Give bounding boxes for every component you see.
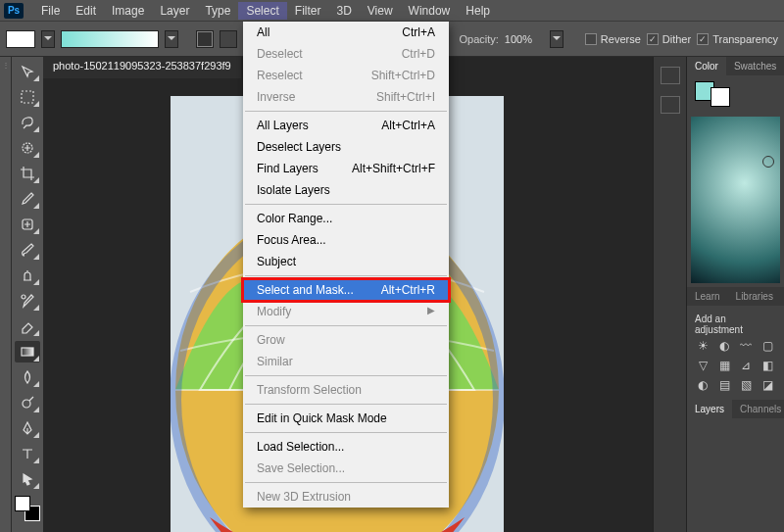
menu-item-save-selection: Save Selection... [243,458,449,479]
properties-panel-icon[interactable] [661,96,680,114]
clone-stamp-tool[interactable] [15,265,40,286]
gradient-tool[interactable] [15,341,40,363]
history-panel-icon[interactable] [661,67,680,84]
lookup-icon[interactable]: ▧ [738,378,754,392]
reverse-checkbox[interactable] [585,33,597,45]
menu-item-focus-area[interactable]: Focus Area... [243,229,449,251]
menu-select[interactable]: Select [238,2,286,20]
menu-help[interactable]: Help [458,2,498,20]
svg-point-5 [23,400,30,408]
svg-rect-4 [22,348,33,356]
right-panels: Color Swatches Learn Libraries Add an ad… [686,57,784,532]
adjustment-icons: ☀ ◐ 〰 ▢ ▽ ▦ ⊿ ◧ ◐ ▤ ▧ ◪ [687,339,784,400]
path-select-tool[interactable] [15,468,40,490]
menu-item-deselect: DeselectCtrl+D [243,43,449,65]
color-swatch[interactable] [687,75,784,113]
menu-edit[interactable]: Edit [68,2,104,20]
opacity-dropdown[interactable] [550,30,564,48]
linear-gradient-icon[interactable] [196,30,214,48]
menu-item-transform-selection: Transform Selection [243,379,449,401]
menu-window[interactable]: Window [401,2,459,20]
opacity-label: Opacity: [459,33,498,45]
tab-layers[interactable]: Layers [687,400,732,418]
dodge-tool[interactable] [15,392,40,413]
crop-tool[interactable] [15,163,40,184]
blur-tool[interactable] [15,366,40,388]
quick-select-tool[interactable] [15,137,40,159]
menu-item-select-and-mask[interactable]: Select and Mask...Alt+Ctrl+R [243,279,449,301]
colbal-icon[interactable]: ⊿ [738,359,754,372]
move-tool[interactable] [15,61,40,82]
tab-color[interactable]: Color [687,57,726,75]
dither-label: Dither [662,33,691,45]
bw-icon[interactable]: ◧ [760,359,775,372]
tool-preset-dropdown[interactable] [41,30,55,48]
color-picker-field[interactable] [691,117,780,283]
document-tab[interactable]: photo-1502119095323-253837f293f9 [43,57,241,78]
menu-item-deselect-layers[interactable]: Deselect Layers [243,136,449,158]
levels-icon[interactable]: ◐ [716,339,732,353]
transparency-label: Transparency [712,33,778,45]
menu-filter[interactable]: Filter [287,2,329,20]
curves-icon[interactable]: 〰 [738,339,754,353]
menu-layer[interactable]: Layer [152,2,197,20]
brush-tool[interactable] [15,239,40,261]
menu-item-inverse: InverseShift+Ctrl+I [243,86,449,108]
menu-3d[interactable]: 3D [328,2,359,20]
menu-item-similar: Similar [243,351,449,372]
spot-heal-tool[interactable] [15,214,40,235]
menu-item-new-3d-extrusion: New 3D Extrusion [243,486,449,508]
menu-item-modify: Modify▶ [243,301,449,322]
menu-view[interactable]: View [360,2,401,20]
marquee-tool[interactable] [15,86,40,108]
lasso-tool[interactable] [15,112,40,133]
photoshop-logo: Ps [4,3,24,19]
dither-checkbox[interactable]: ✓ [647,33,659,45]
gradient-picker-dropdown[interactable] [165,30,178,48]
gradient-preview[interactable] [61,30,159,48]
menu-type[interactable]: Type [197,2,238,20]
vibrance-icon[interactable]: ▽ [695,359,710,372]
tab-swatches[interactable]: Swatches [726,57,784,75]
radial-gradient-icon[interactable] [220,30,237,48]
reverse-label: Reverse [601,33,641,45]
chan-mix-icon[interactable]: ▤ [716,378,732,392]
history-brush-tool[interactable] [15,290,40,312]
select-menu: AllCtrl+ADeselectCtrl+DReselectShift+Ctr… [243,22,449,508]
collapsed-panel-dock [653,57,686,532]
tool-preset-icon[interactable] [6,30,35,48]
menu-item-color-range[interactable]: Color Range... [243,208,449,229]
menu-item-find-layers[interactable]: Find LayersAlt+Shift+Ctrl+F [243,158,449,179]
opacity-value[interactable]: 100% [505,33,544,45]
brightness-icon[interactable]: ☀ [695,339,710,353]
tool-panel [12,57,43,532]
menu-item-load-selection[interactable]: Load Selection... [243,436,449,458]
tab-channels[interactable]: Channels [732,400,784,418]
menu-item-all[interactable]: AllCtrl+A [243,22,449,43]
tab-libraries[interactable]: Libraries [728,287,781,306]
menu-item-subject[interactable]: Subject [243,251,449,272]
foreground-background-swatch[interactable] [15,496,40,521]
type-tool[interactable] [15,443,40,464]
invert-icon[interactable]: ◪ [760,378,775,392]
left-dock-strip: ⋮ [0,57,12,532]
menu-image[interactable]: Image [104,2,152,20]
huesat-icon[interactable]: ▦ [716,359,732,372]
eraser-tool[interactable] [15,315,40,337]
svg-point-3 [22,295,25,299]
svg-rect-0 [22,91,33,103]
exposure-icon[interactable]: ▢ [760,339,775,353]
menu-file[interactable]: File [33,2,68,20]
pen-tool[interactable] [15,417,40,439]
adjustments-label: Add an adjustment [687,306,784,339]
menu-item-all-layers[interactable]: All LayersAlt+Ctrl+A [243,115,449,136]
menu-item-reselect: ReselectShift+Ctrl+D [243,65,449,86]
menu-item-isolate-layers[interactable]: Isolate Layers [243,179,449,201]
menu-item-edit-in-quick-mask-mode[interactable]: Edit in Quick Mask Mode [243,408,449,429]
photo-filter-icon[interactable]: ◐ [695,378,710,392]
transparency-checkbox[interactable]: ✓ [697,33,709,45]
background-color-icon[interactable] [710,87,730,107]
eyedropper-tool[interactable] [15,188,40,210]
menu-item-grow: Grow [243,329,449,351]
tab-learn[interactable]: Learn [687,287,728,306]
